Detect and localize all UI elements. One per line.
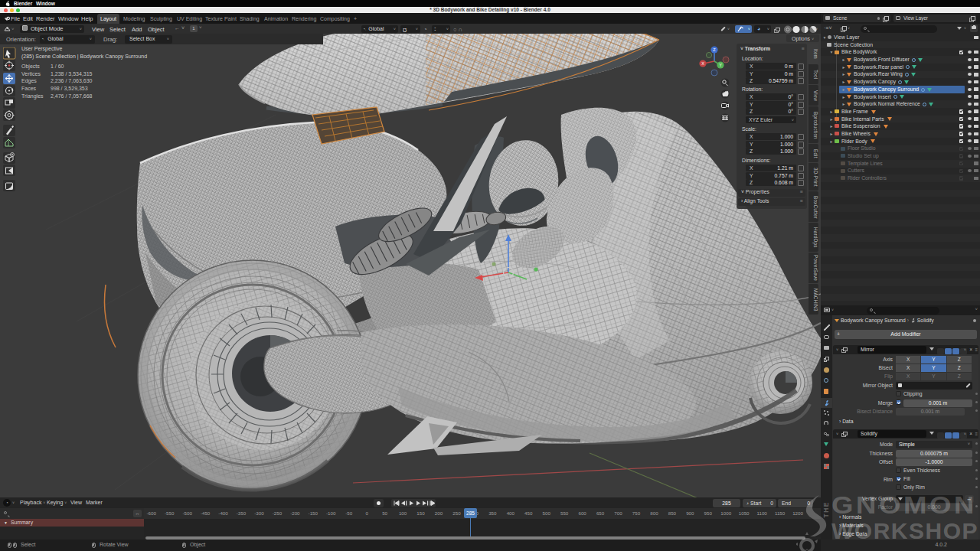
svg-text:X: X	[701, 61, 704, 66]
svg-text:Y: Y	[719, 63, 722, 67]
